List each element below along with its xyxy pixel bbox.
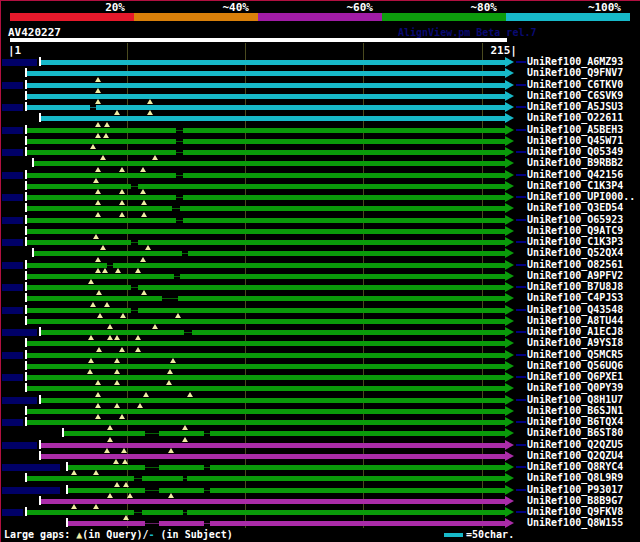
alignment-bar[interactable] <box>41 499 505 504</box>
alignment-bar[interactable] <box>64 431 505 436</box>
subject-label[interactable]: UniRef100_B6ST80 <box>527 427 623 438</box>
bar-arrow-icon[interactable] <box>505 215 514 225</box>
bar-arrow-icon[interactable] <box>505 406 514 416</box>
alignment-bar[interactable] <box>68 521 505 526</box>
alignment-bar[interactable] <box>27 353 505 358</box>
subject-label[interactable]: UniRef100_C4PJS3 <box>527 292 623 303</box>
bar-arrow-icon[interactable] <box>505 350 514 360</box>
subject-label[interactable]: UniRef100_Q45W71 <box>527 135 623 146</box>
alignment-bar[interactable] <box>27 285 505 290</box>
subject-label[interactable]: UniRef100_A8TU44 <box>527 315 623 326</box>
subject-label[interactable]: UniRef100_Q9FKV8 <box>527 506 623 517</box>
alignment-bar[interactable] <box>68 488 505 493</box>
bar-arrow-icon[interactable] <box>505 395 514 405</box>
bar-arrow-icon[interactable] <box>505 68 514 78</box>
alignment-bar[interactable] <box>27 296 505 301</box>
subject-label[interactable]: UniRef100_Q8RYC4 <box>527 461 623 472</box>
subject-label[interactable]: UniRef100_A5BEH3 <box>527 124 623 135</box>
subject-label[interactable]: UniRef100_C6SVK9 <box>527 90 623 101</box>
subject-label[interactable]: UniRef100_C6TKV0 <box>527 79 623 90</box>
subject-label[interactable]: UniRef100_Q2QZU4 <box>527 450 623 461</box>
subject-label[interactable]: UniRef100_B6TQX4 <box>527 416 623 427</box>
subject-label[interactable]: UniRef100_Q9FNV7 <box>527 67 623 78</box>
subject-label[interactable]: UniRef100_Q0PY39 <box>527 382 623 393</box>
alignment-bar[interactable] <box>34 161 505 166</box>
bar-arrow-icon[interactable] <box>505 226 514 236</box>
bar-arrow-icon[interactable] <box>505 237 514 247</box>
alignment-bar[interactable] <box>27 206 505 211</box>
bar-arrow-icon[interactable] <box>505 147 514 157</box>
alignment-bar[interactable] <box>27 150 505 155</box>
bar-arrow-icon[interactable] <box>505 80 514 90</box>
bar-arrow-icon[interactable] <box>505 485 514 495</box>
alignment-bar[interactable] <box>41 443 505 448</box>
bar-arrow-icon[interactable] <box>505 451 514 461</box>
bar-arrow-icon[interactable] <box>505 383 514 393</box>
alignment-bar[interactable] <box>27 476 505 481</box>
bar-arrow-icon[interactable] <box>505 473 514 483</box>
bar-arrow-icon[interactable] <box>505 462 514 472</box>
subject-label[interactable]: UniRef100_Q6PXE1 <box>527 371 623 382</box>
alignment-bar[interactable] <box>27 341 505 346</box>
subject-label[interactable]: UniRef100_UPI000.. <box>527 191 635 202</box>
alignment-bar[interactable] <box>27 195 505 200</box>
subject-label[interactable]: UniRef100_Q42156 <box>527 169 623 180</box>
subject-label[interactable]: UniRef100_B7U8J8 <box>527 281 623 292</box>
bar-arrow-icon[interactable] <box>505 518 514 528</box>
bar-arrow-icon[interactable] <box>505 136 514 146</box>
bar-arrow-icon[interactable] <box>505 57 514 67</box>
bar-arrow-icon[interactable] <box>505 158 514 168</box>
alignment-bar[interactable] <box>27 375 505 380</box>
subject-label[interactable]: UniRef100_Q9ATC9 <box>527 225 623 236</box>
subject-label[interactable]: UniRef100_A9YSI8 <box>527 337 623 348</box>
alignment-bar[interactable] <box>41 116 505 121</box>
bar-arrow-icon[interactable] <box>505 170 514 180</box>
alignment-bar[interactable] <box>27 184 505 189</box>
bar-arrow-icon[interactable] <box>505 91 514 101</box>
subject-label[interactable]: UniRef100_Q56UQ6 <box>527 360 623 371</box>
alignment-bar[interactable] <box>41 60 505 65</box>
subject-label[interactable]: UniRef100_Q8L9R9 <box>527 472 623 483</box>
alignment-bar[interactable] <box>27 386 505 391</box>
alignment-bar[interactable] <box>34 251 505 256</box>
alignment-bar[interactable] <box>27 274 505 279</box>
bar-arrow-icon[interactable] <box>505 428 514 438</box>
subject-label[interactable]: UniRef100_Q8W155 <box>527 517 623 528</box>
alignment-bar[interactable] <box>27 83 505 88</box>
bar-arrow-icon[interactable] <box>505 361 514 371</box>
subject-label[interactable]: UniRef100_A1ECJ8 <box>527 326 623 337</box>
bar-arrow-icon[interactable] <box>505 507 514 517</box>
subject-label[interactable]: UniRef100_B6SJN1 <box>527 405 623 416</box>
bar-arrow-icon[interactable] <box>505 417 514 427</box>
bar-arrow-icon[interactable] <box>505 203 514 213</box>
subject-label[interactable]: UniRef100_P93017 <box>527 484 623 495</box>
alignment-bar[interactable] <box>41 398 505 403</box>
subject-label[interactable]: UniRef100_C1K3P3 <box>527 236 623 247</box>
alignment-bar[interactable] <box>68 465 505 470</box>
alignment-bar[interactable] <box>27 105 505 110</box>
bar-arrow-icon[interactable] <box>505 113 514 123</box>
subject-label[interactable]: UniRef100_Q5MCR5 <box>527 349 623 360</box>
alignment-bar[interactable] <box>27 94 505 99</box>
alignment-bar[interactable] <box>27 319 505 324</box>
alignment-bar[interactable] <box>27 409 505 414</box>
bar-arrow-icon[interactable] <box>505 316 514 326</box>
alignment-bar[interactable] <box>27 139 505 144</box>
subject-label[interactable]: UniRef100_B9RBB2 <box>527 157 623 168</box>
subject-label[interactable]: UniRef100_C1K3P4 <box>527 180 623 191</box>
subject-label[interactable]: UniRef100_Q52QX4 <box>527 247 623 258</box>
alignment-bar[interactable] <box>27 364 505 369</box>
alignment-bar[interactable] <box>27 218 505 223</box>
alignment-bar[interactable] <box>27 308 505 313</box>
bar-arrow-icon[interactable] <box>505 440 514 450</box>
subject-label[interactable]: UniRef100_B8B9G7 <box>527 495 623 506</box>
bar-arrow-icon[interactable] <box>505 305 514 315</box>
subject-label[interactable]: UniRef100_Q8H1U7 <box>527 394 623 405</box>
subject-label[interactable]: UniRef100_Q43548 <box>527 304 623 315</box>
bar-arrow-icon[interactable] <box>505 248 514 258</box>
subject-label[interactable]: UniRef100_O65923 <box>527 214 623 225</box>
bar-arrow-icon[interactable] <box>505 327 514 337</box>
alignment-bar[interactable] <box>27 240 505 245</box>
bar-arrow-icon[interactable] <box>505 192 514 202</box>
subject-label[interactable]: UniRef100_A5JSU3 <box>527 101 623 112</box>
